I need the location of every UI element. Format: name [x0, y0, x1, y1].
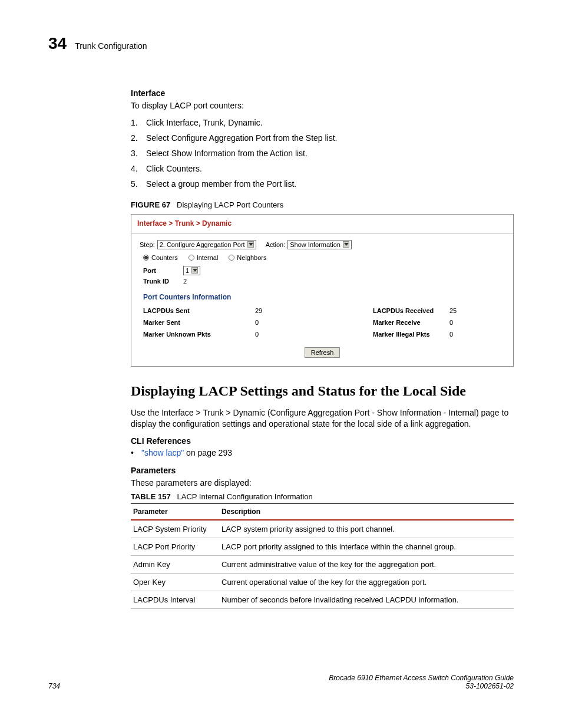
- chevron-down-icon: [343, 241, 349, 248]
- table-row: Oper KeyCurrent operational value of the…: [131, 574, 514, 591]
- table-row: LACP System PriorityLACP system priority…: [131, 520, 514, 538]
- radio-neighbors[interactable]: Neighbors: [229, 254, 266, 261]
- local-side-body: Use the Interface > Trunk > Dynamic (Con…: [131, 407, 514, 430]
- chapter-number: 34: [48, 34, 67, 53]
- doc-id: 53-1002651-02: [329, 682, 514, 690]
- trunk-id-label: Trunk ID: [143, 278, 183, 285]
- action-label: Action:: [266, 241, 286, 248]
- table-row: LACP Port PriorityLACP port priority ass…: [131, 538, 514, 556]
- interface-heading: Interface: [131, 88, 514, 98]
- trunk-id-value: 2: [183, 278, 187, 285]
- cli-reference-item: • "show lacp" on page 293: [131, 448, 514, 457]
- figure-screenshot: Interface > Trunk > Dynamic Step: 2. Con…: [131, 214, 514, 367]
- counter-key: Marker Illegal Pkts: [373, 331, 449, 338]
- counter-key: LACPDUs Received: [373, 307, 449, 314]
- step-item: 3.Select Show Information from the Actio…: [131, 149, 514, 158]
- port-label: Port: [143, 267, 183, 274]
- table-header-parameter: Parameter: [131, 504, 219, 521]
- counter-val: 0: [449, 331, 473, 338]
- show-lacp-link[interactable]: "show lacp": [141, 448, 184, 457]
- chapter-title: Trunk Configuration: [75, 41, 147, 51]
- counters-grid: LACPDUs Sent29LACPDUs Received25 Marker …: [143, 307, 505, 338]
- chevron-down-icon: [191, 267, 198, 274]
- counter-val: 29: [255, 307, 296, 314]
- radio-counters[interactable]: Counters: [143, 254, 178, 261]
- counter-key: Marker Sent: [143, 319, 255, 326]
- table-row: LACPDUs IntervalNumber of seconds before…: [131, 591, 514, 609]
- table-caption: TABLE 157 LACP Internal Configuration In…: [131, 492, 514, 501]
- step-item: 2.Select Configure Aggregation Port from…: [131, 133, 514, 143]
- steps-list: 1.Click Interface, Trunk, Dynamic. 2.Sel…: [131, 118, 514, 189]
- counter-key: Marker Unknown Pkts: [143, 331, 255, 338]
- counters-section-header: Port Counters Information: [143, 293, 505, 301]
- step-item: 4.Click Counters.: [131, 164, 514, 173]
- table-row: Admin KeyCurrent administrative value of…: [131, 556, 514, 574]
- step-item: 1.Click Interface, Trunk, Dynamic.: [131, 118, 514, 127]
- page-footer: 734 Brocade 6910 Ethernet Access Switch …: [48, 674, 514, 690]
- counter-val: 0: [255, 319, 296, 326]
- page-number: 734: [48, 682, 60, 690]
- action-select[interactable]: Show Information: [287, 240, 352, 249]
- interface-intro: To display LACP port counters:: [131, 100, 514, 112]
- counter-val: 25: [449, 307, 473, 314]
- counter-key: LACPDUs Sent: [143, 307, 255, 314]
- parameters-intro: These parameters are displayed:: [131, 477, 514, 489]
- counter-val: 0: [255, 331, 296, 338]
- cli-references-heading: CLI References: [131, 436, 514, 446]
- step-select[interactable]: 2. Configure Aggregation Port: [157, 240, 256, 249]
- refresh-button[interactable]: Refresh: [305, 347, 340, 358]
- parameters-table: Parameter Description LACP System Priori…: [131, 503, 514, 609]
- table-header-description: Description: [219, 504, 514, 521]
- doc-title: Brocade 6910 Ethernet Access Switch Conf…: [329, 674, 514, 682]
- cli-references-list: • "show lacp" on page 293: [131, 448, 514, 457]
- port-select[interactable]: 1: [183, 266, 200, 275]
- chevron-down-icon: [247, 241, 254, 248]
- breadcrumb: Interface > Trunk > Dynamic: [131, 215, 513, 234]
- step-label: Step:: [140, 241, 155, 248]
- step-item: 5.Select a group member from the Port li…: [131, 179, 514, 189]
- counter-val: 0: [449, 319, 473, 326]
- page-header: 34 Trunk Configuration: [48, 34, 514, 53]
- section-heading-local-side: Displaying LACP Settings and Status for …: [131, 383, 514, 399]
- parameters-heading: Parameters: [131, 466, 514, 475]
- counter-key: Marker Receive: [373, 319, 449, 326]
- radio-internal[interactable]: Internal: [189, 254, 219, 261]
- figure-caption: FIGURE 67 Displaying LACP Port Counters: [131, 200, 514, 209]
